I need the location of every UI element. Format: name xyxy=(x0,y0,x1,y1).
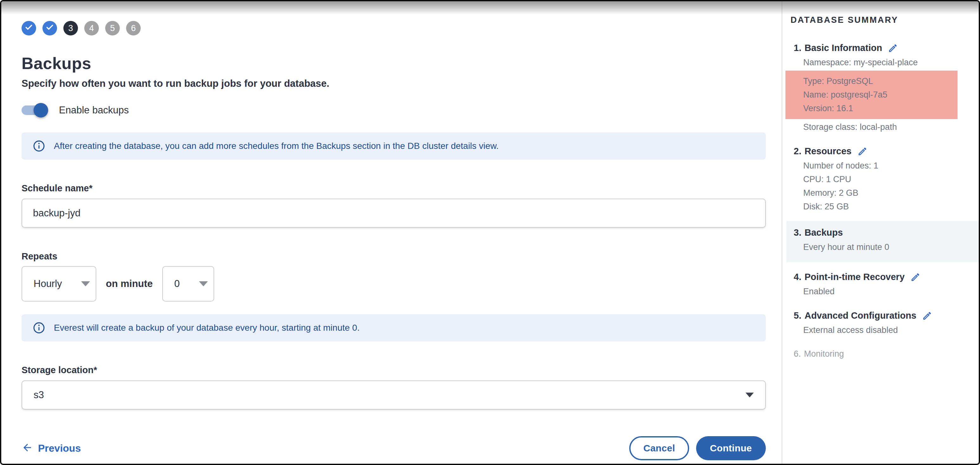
section-number: 4. xyxy=(794,272,801,282)
arrow-left-icon xyxy=(22,442,33,455)
alert-text: Everest will create a backup of your dat… xyxy=(54,323,360,333)
summary-item-backup-schedule: Every hour at minute 0 xyxy=(803,240,979,254)
section-title: Resources xyxy=(805,146,851,157)
summary-item-pitr-status: Enabled xyxy=(803,285,979,298)
on-minute-label: on minute xyxy=(106,278,153,289)
check-icon xyxy=(46,23,54,33)
toggle-thumb xyxy=(33,103,48,117)
summary-item-nodes: Number of nodes: 1 xyxy=(803,159,979,173)
edit-pencil-icon[interactable] xyxy=(888,43,898,53)
section-number: 6. xyxy=(794,349,801,359)
summary-item-external-access: External access disabled xyxy=(803,324,979,337)
page-subtitle: Specify how often you want to run backup… xyxy=(22,78,766,89)
info-icon xyxy=(33,322,45,334)
section-number: 1. xyxy=(794,43,801,53)
repeats-row: Hourly on minute 0 xyxy=(22,266,766,302)
summary-section-resources: 2. Resources Number of nodes: 1 CPU: 1 C… xyxy=(782,146,979,214)
summary-item-type: Type: PostgreSQL xyxy=(803,75,958,88)
edit-pencil-icon[interactable] xyxy=(858,146,867,157)
step-3-active[interactable]: 3 xyxy=(64,21,78,35)
section-number: 3. xyxy=(794,227,801,238)
summary-item-name: Name: postgresql-7a5 xyxy=(803,88,958,102)
frequency-info-alert: Everest will create a backup of your dat… xyxy=(22,314,766,341)
storage-location-label: Storage location* xyxy=(22,365,766,375)
edit-pencil-icon[interactable] xyxy=(922,311,932,321)
section-title: Advanced Configurations xyxy=(805,310,916,321)
section-title: Backups xyxy=(805,227,843,238)
check-icon xyxy=(25,23,33,33)
database-summary-sidebar: DATABASE SUMMARY 1. Basic Information Na… xyxy=(782,1,979,464)
chevron-down-icon xyxy=(81,281,90,286)
section-title: Point-in-time Recovery xyxy=(805,272,905,282)
schedules-info-alert: After creating the database, you can add… xyxy=(22,132,766,160)
summary-item-version: Version: 16.1 xyxy=(803,102,958,115)
database-summary-title: DATABASE SUMMARY xyxy=(782,15,979,25)
schedule-name-input[interactable] xyxy=(22,198,766,228)
step-1-completed[interactable] xyxy=(22,21,36,35)
step-6[interactable]: 6 xyxy=(126,21,141,35)
summary-section-monitoring-disabled: 6. Monitoring xyxy=(782,349,979,359)
summary-item-memory: Memory: 2 GB xyxy=(803,186,979,200)
wizard-stepper: 3 4 5 6 xyxy=(22,21,766,35)
chevron-down-icon xyxy=(199,281,208,286)
section-title: Basic Information xyxy=(805,43,882,53)
cancel-button[interactable]: Cancel xyxy=(629,436,689,460)
red-highlight-block: Type: PostgreSQL Name: postgresql-7a5 Ve… xyxy=(786,71,958,119)
summary-item-storage-class: Storage class: local-path xyxy=(803,121,979,134)
app-window: 3 4 5 6 Backups Specify how often you wa… xyxy=(0,0,980,465)
storage-location-select[interactable]: s3 xyxy=(22,381,766,409)
summary-section-basic-information: 1. Basic Information Namespace: my-speci… xyxy=(782,43,979,134)
edit-pencil-icon[interactable] xyxy=(910,272,920,282)
on-minute-select[interactable]: 0 xyxy=(162,266,214,302)
step-2-completed[interactable] xyxy=(43,21,57,35)
repeats-select-value: Hourly xyxy=(33,278,62,289)
step-4[interactable]: 4 xyxy=(84,21,99,35)
summary-section-advanced-configurations: 5. Advanced Configurations External acce… xyxy=(782,310,979,337)
summary-section-backups-active: 3. Backups Every hour at minute 0 xyxy=(786,221,979,262)
summary-item-cpu: CPU: 1 CPU xyxy=(803,173,979,186)
summary-section-pitr: 4. Point-in-time Recovery Enabled xyxy=(782,272,979,298)
enable-backups-row: Enable backups xyxy=(22,103,766,118)
step-5[interactable]: 5 xyxy=(105,21,120,35)
info-icon xyxy=(33,140,45,152)
summary-item-disk: Disk: 25 GB xyxy=(803,200,979,214)
enable-backups-toggle[interactable] xyxy=(22,103,51,118)
alert-text: After creating the database, you can add… xyxy=(54,141,499,151)
enable-backups-label: Enable backups xyxy=(59,105,129,116)
repeats-select[interactable]: Hourly xyxy=(22,266,96,302)
section-number: 2. xyxy=(794,146,801,157)
summary-item-namespace: Namespace: my-special-place xyxy=(803,56,979,69)
page-title: Backups xyxy=(22,54,766,73)
previous-button[interactable]: Previous xyxy=(22,442,81,455)
repeats-label: Repeats xyxy=(22,251,766,262)
summary-sections: 1. Basic Information Namespace: my-speci… xyxy=(782,43,979,359)
wizard-footer: Previous Cancel Continue xyxy=(22,436,766,460)
chevron-down-icon xyxy=(746,393,754,398)
wizard-main-panel: 3 4 5 6 Backups Specify how often you wa… xyxy=(1,1,782,464)
section-title: Monitoring xyxy=(804,349,844,359)
continue-button[interactable]: Continue xyxy=(696,436,766,460)
on-minute-select-value: 0 xyxy=(174,278,180,289)
storage-location-value: s3 xyxy=(33,389,44,401)
schedule-name-label: Schedule name* xyxy=(22,183,766,194)
section-number: 5. xyxy=(794,310,801,321)
previous-label: Previous xyxy=(38,443,81,454)
